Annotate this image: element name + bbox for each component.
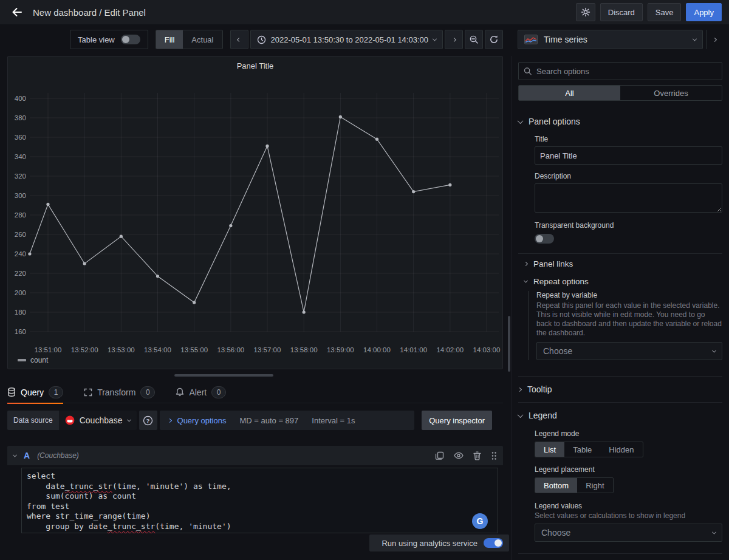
- query-refid: A: [24, 451, 30, 460]
- tab-transform[interactable]: Transform 0: [84, 381, 155, 403]
- query-datasource-hint: (Couchbase): [37, 451, 79, 460]
- actual-option[interactable]: Actual: [183, 30, 222, 49]
- datasource-help-button[interactable]: ?: [139, 411, 157, 430]
- time-range-button[interactable]: 2022-05-01 13:50:30 to 2022-05-01 14:03:…: [250, 30, 443, 49]
- chevron-down-icon: [433, 36, 437, 41]
- legend-placement-right[interactable]: Right: [577, 478, 612, 493]
- repeat-by-variable-label: Repeat by variable: [536, 291, 722, 299]
- analytics-service-toggle[interactable]: [484, 538, 503, 548]
- fill-option[interactable]: Fill: [156, 30, 183, 49]
- chevron-left-icon: [237, 37, 241, 41]
- tab-alert-count: 0: [211, 386, 226, 398]
- grammarly-button[interactable]: G: [472, 513, 488, 529]
- disable-query-button[interactable]: [454, 452, 464, 459]
- timeseries-chart[interactable]: 1601802002202402602803003203403603804001…: [8, 56, 504, 370]
- chevron-down-icon: [712, 348, 716, 352]
- drag-query-handle[interactable]: [491, 451, 497, 460]
- legend-values-select[interactable]: Choose: [535, 524, 722, 542]
- vertical-scrollbar[interactable]: [508, 316, 510, 372]
- tab-overrides[interactable]: Overrides: [620, 86, 722, 100]
- visualization-row: Time series: [511, 29, 729, 50]
- max-datapoints-stat: MD = auto = 897: [239, 416, 298, 425]
- legend-mode-table[interactable]: Table: [564, 442, 600, 457]
- collapse-options-button[interactable]: [707, 30, 722, 49]
- options-sidebar: All Overrides Panel options Title Descri…: [511, 56, 729, 560]
- divider: [518, 553, 722, 554]
- top-bar-actions: Discard Save Apply: [576, 3, 722, 21]
- settings-button[interactable]: [576, 3, 595, 21]
- legend-mode-list[interactable]: List: [535, 442, 564, 457]
- svg-text:13:57:00: 13:57:00: [254, 346, 281, 353]
- svg-text:14:03:00: 14:03:00: [473, 346, 501, 353]
- horizontal-scrollbar[interactable]: [174, 374, 273, 377]
- chevron-right-icon: [451, 37, 456, 41]
- section-repeat-options[interactable]: Repeat options: [524, 277, 722, 286]
- fill-actual-group: Fill Actual: [156, 30, 223, 49]
- time-shift-back-button[interactable]: [230, 30, 248, 49]
- tab-all[interactable]: All: [519, 86, 620, 100]
- svg-text:280: 280: [15, 211, 26, 219]
- panel-title-input[interactable]: [535, 146, 722, 165]
- chevron-right-icon: [524, 262, 528, 266]
- top-bar: New dashboard / Edit Panel Discard Save …: [0, 0, 729, 24]
- tab-query-label: Query: [21, 388, 44, 397]
- query-options-toggle[interactable]: Query options: [168, 416, 227, 425]
- svg-text:320: 320: [15, 172, 26, 180]
- back-button[interactable]: [7, 2, 27, 22]
- misspelled-token: _trunc_str: [108, 522, 155, 531]
- chevron-down-icon: [712, 530, 716, 534]
- sql-code: select date_trunc_str(time, 'minute') as…: [27, 471, 493, 531]
- visualization-picker[interactable]: Time series: [518, 30, 703, 49]
- chevron-right-icon: [167, 418, 171, 422]
- help-circle-icon: ?: [143, 415, 153, 426]
- svg-text:400: 400: [15, 95, 26, 102]
- apply-button[interactable]: Apply: [686, 3, 722, 21]
- arrow-left-icon: [11, 6, 23, 18]
- refresh-button[interactable]: [485, 30, 503, 49]
- collapse-query-icon[interactable]: [13, 452, 17, 457]
- chevron-right-icon: [713, 37, 717, 41]
- clock-icon: [257, 35, 266, 44]
- query-inspector-button[interactable]: Query inspector: [422, 411, 492, 430]
- tab-alert[interactable]: Alert 0: [176, 381, 226, 403]
- breadcrumb: New dashboard / Edit Panel: [33, 7, 146, 18]
- svg-text:160: 160: [15, 328, 26, 335]
- svg-text:240: 240: [15, 250, 26, 258]
- sql-editor[interactable]: select date_trunc_str(time, 'minute') as…: [21, 468, 498, 533]
- zoom-out-button[interactable]: [465, 30, 483, 49]
- svg-text:260: 260: [15, 231, 26, 238]
- section-tooltip[interactable]: Tooltip: [518, 384, 722, 394]
- options-search[interactable]: [518, 62, 722, 80]
- section-legend[interactable]: Legend: [518, 411, 722, 420]
- svg-text:14:00:00: 14:00:00: [363, 346, 391, 353]
- chevron-down-icon: [126, 417, 131, 422]
- datasource-picker[interactable]: Couchbase: [59, 411, 137, 430]
- grafana-edit-panel: New dashboard / Edit Panel Discard Save …: [0, 0, 729, 560]
- duplicate-query-button[interactable]: [435, 451, 444, 460]
- section-panel-options[interactable]: Panel options: [518, 117, 722, 126]
- time-shift-forward-button[interactable]: [445, 30, 463, 49]
- interval-stat: Interval = 1s: [312, 416, 355, 425]
- chevron-down-icon: [693, 36, 697, 41]
- legend-mode-hidden[interactable]: Hidden: [600, 442, 642, 457]
- refresh-icon: [489, 35, 499, 44]
- chart-legend[interactable]: count: [18, 356, 48, 364]
- zoom-out-icon: [469, 35, 479, 44]
- repeat-variable-select[interactable]: Choose: [536, 342, 722, 360]
- section-panel-links[interactable]: Panel links: [524, 259, 722, 268]
- table-view-toggle[interactable]: [121, 35, 140, 44]
- legend-placement-bottom[interactable]: Bottom: [535, 478, 577, 493]
- tab-alert-label: Alert: [189, 388, 207, 397]
- save-button[interactable]: Save: [648, 3, 682, 21]
- description-textarea[interactable]: [535, 183, 722, 213]
- query-row-header[interactable]: A (Couchbase): [7, 446, 503, 465]
- delete-query-button[interactable]: [473, 451, 481, 460]
- transparent-bg-toggle[interactable]: [535, 234, 554, 244]
- search-input[interactable]: [536, 67, 717, 76]
- tab-query[interactable]: Query 1: [7, 381, 63, 403]
- discard-button[interactable]: Discard: [600, 3, 643, 21]
- couchbase-logo-icon: [65, 415, 75, 425]
- legend-mode-group: List Table Hidden: [535, 442, 643, 457]
- svg-text:13:52:00: 13:52:00: [71, 346, 98, 353]
- transparent-bg-label: Transparent background: [535, 221, 722, 230]
